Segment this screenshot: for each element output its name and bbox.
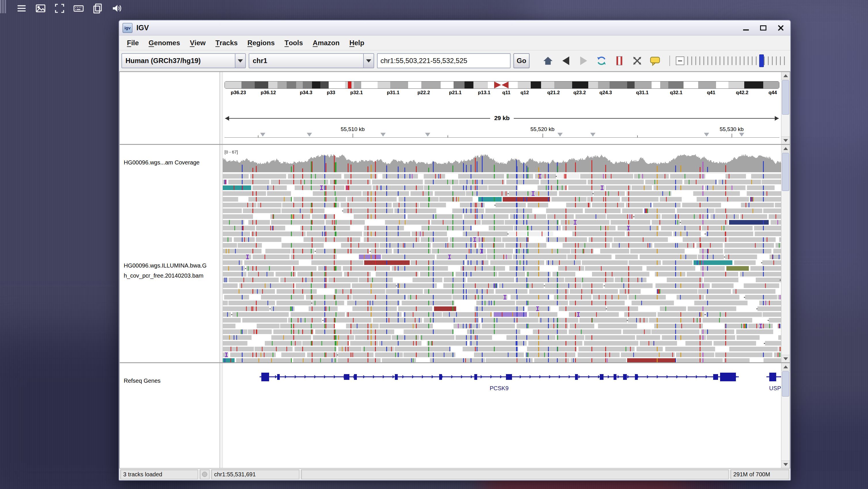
alignment-data-area[interactable]: [0 - 67] — [223, 145, 781, 362]
back-arrow-icon[interactable] — [559, 54, 572, 67]
scroll-down-icon[interactable] — [781, 137, 790, 144]
exon-block[interactable] — [344, 374, 349, 380]
exon-block[interactable] — [506, 374, 512, 380]
region-marker-icon[interactable] — [425, 133, 430, 137]
ideogram-data-area[interactable]: p36.23p36.12p34.3p33p32.1p31.1p22.2p21.1… — [223, 72, 781, 144]
gene-track-area[interactable]: ››››››››››››››››››››››››››››››››››››››››… — [223, 363, 781, 468]
strand-arrow-icon: › — [275, 372, 277, 381]
gene-scrollbar[interactable] — [781, 363, 790, 468]
zoom-out-icon[interactable] — [676, 56, 684, 65]
region-marker-icon[interactable] — [380, 133, 386, 137]
chromosome-ideogram[interactable] — [224, 81, 779, 89]
menu-item-genomes[interactable]: Genomes — [144, 35, 185, 50]
exon-block[interactable] — [575, 374, 578, 380]
strand-arrow-icon: › — [568, 372, 570, 381]
status-message-field — [301, 469, 729, 479]
maximize-button[interactable] — [758, 23, 768, 32]
scroll-up-icon[interactable] — [781, 363, 790, 371]
go-button[interactable]: Go — [514, 53, 530, 68]
exon-block[interactable] — [720, 373, 736, 381]
keyboard-icon[interactable] — [72, 2, 85, 15]
title-bar[interactable]: igv IGV — [119, 21, 790, 35]
speaker-icon[interactable] — [111, 2, 123, 15]
menu-item-tools[interactable]: Tools — [280, 35, 308, 50]
region-marker-icon[interactable] — [260, 133, 265, 137]
menu-item-view[interactable]: View — [185, 35, 211, 50]
exon-block[interactable] — [395, 374, 398, 380]
cytoband-label: q44 — [768, 90, 777, 96]
menu-item-amazon[interactable]: Amazon — [308, 35, 344, 50]
close-button[interactable] — [776, 23, 785, 32]
menu-item-regions[interactable]: Regions — [243, 35, 280, 50]
status-indicator-icon[interactable] — [200, 469, 210, 479]
scroll-up-icon[interactable] — [781, 72, 790, 80]
menu-item-help[interactable]: Help — [344, 35, 369, 50]
cytoband-label: q41 — [707, 90, 715, 96]
exon-block[interactable] — [439, 374, 442, 380]
exon-block[interactable] — [623, 374, 627, 380]
alignment-track-label-line2[interactable]: h_cov_pcr_free.20140203.bam — [124, 272, 204, 279]
attribute-strip — [220, 72, 223, 144]
copy-icon[interactable] — [92, 2, 103, 15]
region-marker-icon[interactable] — [704, 133, 709, 137]
gene-name-label[interactable]: PCSK9 — [490, 385, 509, 392]
minimize-button[interactable] — [741, 23, 751, 32]
refresh-icon[interactable] — [595, 54, 608, 67]
strand-arrow-icon: › — [314, 372, 316, 381]
region-marker-icon[interactable] — [590, 133, 595, 137]
strand-arrow-icon: › — [607, 372, 610, 381]
exon-block[interactable] — [600, 374, 603, 380]
chevron-down-icon[interactable] — [235, 54, 245, 68]
exon-block[interactable] — [614, 374, 617, 380]
scroll-down-icon[interactable] — [781, 355, 790, 362]
exon-block[interactable] — [635, 374, 638, 380]
tooltip-bubble-icon[interactable] — [649, 54, 661, 67]
chevron-down-icon[interactable] — [363, 54, 374, 68]
region-marker-icon[interactable] — [307, 133, 312, 137]
scroll-up-icon[interactable] — [781, 145, 790, 152]
exon-block[interactable] — [474, 374, 477, 380]
fit-to-window-icon[interactable] — [631, 54, 644, 67]
coverage-track-label[interactable]: HG00096.wgs...am Coverage — [124, 159, 199, 166]
exon-block[interactable] — [769, 373, 776, 381]
menu-icon[interactable] — [16, 2, 28, 15]
alignment-scrollbar[interactable] — [781, 145, 790, 362]
region-marker-icon[interactable] — [557, 133, 563, 137]
menu-item-file[interactable]: File — [122, 35, 144, 50]
alignment-canvas[interactable] — [223, 145, 781, 362]
ruler[interactable]: 55,510 kb55,520 kb55,530 kb — [224, 124, 779, 143]
menu-item-tracks[interactable]: Tracks — [210, 35, 242, 50]
zoom-slider-thumb[interactable] — [759, 54, 764, 67]
scroll-down-icon[interactable] — [781, 460, 790, 468]
toolbar-separator — [670, 56, 670, 66]
zoom-tick-track[interactable] — [687, 56, 788, 65]
ideogram-scrollbar[interactable] — [781, 72, 790, 144]
toolbar: Human (GRCh37/hg19) chr1 Go — [119, 50, 790, 72]
exon-block[interactable] — [261, 373, 269, 381]
exon-block[interactable] — [354, 374, 357, 380]
gene-name-label[interactable]: USP24 — [769, 385, 781, 392]
zoom-slider[interactable] — [676, 54, 788, 68]
gene-track-label[interactable]: Refseq Genes — [124, 378, 161, 384]
ideogram-label-column — [120, 72, 220, 144]
strand-arrow-icon: › — [304, 372, 306, 381]
exon-block[interactable] — [277, 374, 280, 380]
scrollbar-thumb[interactable] — [782, 153, 789, 191]
exon-block[interactable] — [713, 374, 718, 380]
panel-grip-texture — [0, 0, 7, 13]
home-icon[interactable] — [541, 54, 554, 67]
cytoband-label: p21.1 — [449, 90, 461, 96]
view-region-marker[interactable] — [348, 81, 351, 89]
scrollbar-thumb[interactable] — [782, 371, 789, 397]
strand-arrow-icon: › — [685, 372, 688, 381]
alignment-track-label-line1[interactable]: HG00096.wgs.ILLUMINA.bwa.G — [124, 262, 207, 269]
define-region-icon[interactable] — [613, 54, 626, 67]
strand-arrow-icon: › — [578, 372, 580, 381]
locus-input[interactable] — [377, 53, 510, 68]
genome-select[interactable]: Human (GRCh37/hg19) — [121, 53, 246, 68]
image-icon[interactable] — [34, 2, 46, 15]
region-marker-icon[interactable] — [739, 133, 744, 137]
fullscreen-icon[interactable] — [54, 2, 66, 15]
chromosome-select[interactable]: chr1 — [249, 53, 374, 68]
scrollbar-thumb[interactable] — [782, 80, 789, 115]
